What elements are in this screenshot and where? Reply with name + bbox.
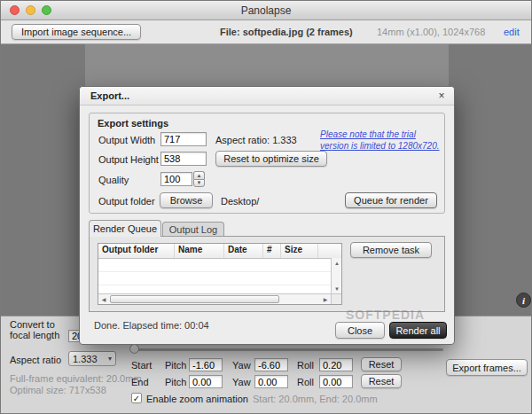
col-output-folder[interactable]: Output folder [98, 244, 175, 258]
close-button[interactable]: Close [335, 322, 385, 339]
horizontal-scrollbar[interactable]: ◀ ▶ [98, 293, 331, 304]
export-settings-title: Export settings [98, 118, 168, 129]
export-dialog-title-bar: Export... × [80, 87, 454, 105]
render-queue-panel: Output folder Name Date # Size ▲ ▼ ◀ ▶ [89, 236, 445, 312]
col-size[interactable]: Size [281, 244, 318, 258]
title-bar: Panolapse [1, 1, 531, 20]
quality-stepper[interactable]: ▲ ▼ [193, 171, 205, 187]
queue-for-render-button[interactable]: Queue for render [345, 192, 437, 208]
end-yaw-input[interactable] [254, 375, 288, 388]
zoom-range-label: Start: 20.0mm, End: 20.0mm [253, 394, 378, 404]
table-header: Output folder Name Date # Size [98, 244, 341, 259]
output-height-input[interactable] [160, 152, 207, 166]
window-title: Panolapse [1, 1, 531, 20]
end-pitch-input[interactable] [189, 375, 223, 388]
scrollbar-thumb[interactable] [110, 295, 279, 303]
start-yaw-label: Yaw [232, 360, 251, 371]
export-dialog-title: Export... [90, 90, 129, 101]
export-dialog: Export... × Export settings Output Width… [79, 86, 455, 345]
close-window-icon[interactable] [10, 5, 20, 15]
file-label: File: softpedia.jpg (2 frames) [220, 27, 353, 37]
zoom-animation-label: Enable zoom animation [146, 394, 248, 404]
start-roll-label: Roll [297, 360, 314, 371]
output-width-label: Output Width [98, 135, 155, 145]
timeline-slider-track[interactable] [131, 348, 443, 351]
end-reset-button[interactable]: Reset [361, 374, 402, 388]
export-frames-button[interactable]: Export frames... [446, 359, 528, 376]
start-roll-input[interactable] [319, 358, 353, 371]
full-frame-equivalent-label: Full-frame equivalent: 20.0mm [10, 373, 142, 384]
end-row-label: End [131, 377, 149, 387]
end-pitch-label: Pitch [165, 377, 186, 387]
export-settings-group: Export settings Output Width Aspect rati… [89, 113, 445, 214]
remove-task-button[interactable]: Remove task [350, 242, 432, 258]
stepper-up-icon[interactable]: ▲ [193, 171, 205, 179]
info-icon: i [522, 295, 525, 306]
info-button[interactable]: i [516, 293, 531, 308]
scroll-right-icon[interactable]: ▶ [320, 294, 331, 304]
scrollbar-corner [331, 293, 341, 304]
tab-render-queue[interactable]: Render Queue [89, 220, 161, 237]
lens-info-label: 14mm (x1.00), 1024x768 [377, 27, 485, 37]
app-window: Panolapse Import image sequence... File:… [0, 0, 532, 414]
tab-output-log[interactable]: Output Log [162, 222, 224, 237]
render-all-button[interactable]: Render all [389, 322, 447, 339]
aspect-ratio-text: Aspect ratio: 1.333 [215, 135, 297, 145]
reset-optimize-button[interactable]: Reset to optimize size [215, 151, 327, 167]
start-row-label: Start [131, 360, 152, 371]
softpedia-watermark: SOFTPEDIA [346, 308, 425, 322]
browse-button[interactable]: Browse [160, 192, 213, 208]
output-folder-path: Desktop/ [221, 196, 259, 207]
status-text: Done. Elapsed time: 00:04 [94, 320, 209, 331]
output-height-label: Output Height [98, 154, 159, 165]
output-width-input[interactable] [160, 132, 207, 146]
close-icon[interactable]: × [435, 90, 448, 102]
minimize-window-icon[interactable] [26, 5, 35, 15]
convert-focal-length-label: Convert to focal length [10, 319, 66, 340]
timeline-slider-thumb[interactable] [129, 344, 139, 354]
quality-input[interactable] [160, 172, 192, 186]
col-number[interactable]: # [263, 244, 281, 258]
scroll-down-icon[interactable]: ▼ [332, 284, 342, 293]
col-date[interactable]: Date [224, 244, 263, 258]
end-yaw-label: Yaw [232, 377, 251, 387]
col-name[interactable]: Name [175, 244, 224, 258]
edit-link[interactable]: edit [504, 27, 520, 37]
table-row [98, 272, 331, 285]
render-queue-table[interactable]: Output folder Name Date # Size ▲ ▼ ◀ ▶ [98, 243, 342, 305]
checkmark-icon: ✓ [133, 394, 140, 403]
start-pitch-input[interactable] [189, 358, 223, 371]
col-filler [318, 244, 341, 258]
toolbar: Import image sequence... File: softpedia… [1, 20, 531, 44]
output-folder-label: Output folder [98, 196, 155, 207]
aspect-ratio-label: Aspect ratio [10, 355, 61, 365]
start-reset-button[interactable]: Reset [361, 357, 402, 371]
table-row [98, 259, 331, 272]
scroll-left-icon[interactable]: ◀ [98, 294, 109, 304]
trial-note: Please note that the trial version is li… [320, 129, 444, 152]
quality-label: Quality [98, 175, 129, 185]
aspect-ratio-select[interactable]: 1.333 ▾ [68, 351, 116, 366]
stepper-down-icon[interactable]: ▼ [193, 179, 205, 188]
start-pitch-label: Pitch [165, 360, 186, 371]
start-yaw-input[interactable] [254, 358, 288, 371]
end-roll-label: Roll [297, 377, 314, 387]
end-roll-input[interactable] [319, 375, 353, 388]
zoom-window-icon[interactable] [42, 5, 51, 15]
vertical-scrollbar[interactable]: ▲ ▼ [331, 258, 341, 293]
zoom-animation-checkbox[interactable]: ✓ [131, 393, 142, 403]
scroll-up-icon[interactable]: ▲ [332, 258, 342, 268]
aspect-ratio-value: 1.333 [73, 354, 98, 364]
optimal-size-label: Optimal size: 717x538 [10, 385, 106, 395]
import-sequence-button[interactable]: Import image sequence... [12, 24, 141, 40]
chevron-down-icon: ▾ [108, 355, 112, 363]
